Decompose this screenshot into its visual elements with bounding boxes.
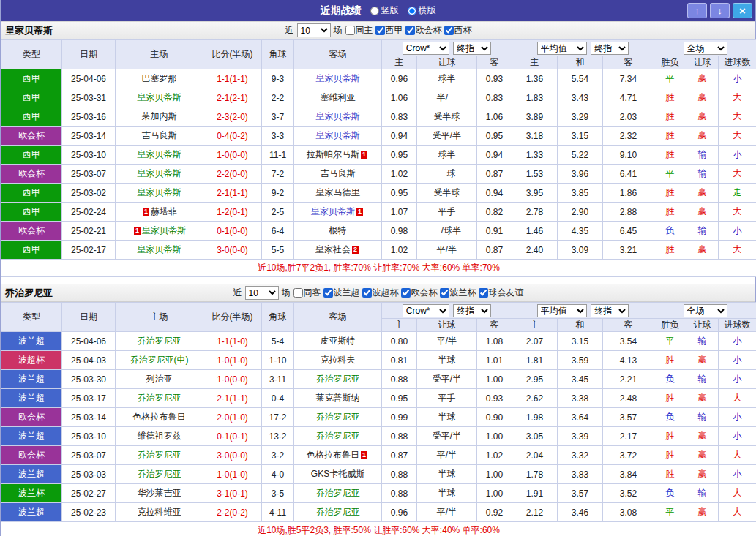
home-team-name[interactable]: 乔治罗尼亚(中)	[130, 355, 189, 365]
away-team-name[interactable]: 乔治罗尼亚	[316, 488, 360, 498]
same-venue-checkbox[interactable]: 同主	[345, 24, 373, 37]
handicap-outcome: 赢	[686, 69, 719, 88]
away-team-name[interactable]: 乔治罗尼亚	[316, 412, 360, 422]
home-team-name[interactable]: 皇家贝蒂斯	[138, 149, 181, 159]
home-team[interactable]: 1皇家贝蒂斯	[116, 222, 203, 241]
home-team[interactable]: 乔治罗尼亚	[116, 332, 203, 351]
odds-company-select[interactable]: Crow*	[403, 42, 449, 55]
average-select[interactable]: 平均值	[537, 304, 587, 317]
odds-handicap: 半/一	[417, 88, 477, 107]
away-team[interactable]: 乔治罗尼亚	[294, 484, 382, 503]
league-filter-uecl-input[interactable]	[401, 288, 411, 298]
league-badge: 西甲	[1, 241, 62, 260]
away-team[interactable]: 乔治罗尼亚	[294, 370, 382, 389]
avg-draw: 3.32	[558, 446, 603, 465]
results-table: 类型 日期 主场 比分(半场) 角球 客场 Crow* 终指 平均值 终指	[1, 302, 756, 536]
league-filter-friendly-input[interactable]	[479, 288, 488, 298]
league-filter-uecl[interactable]: 欧会杯	[405, 24, 442, 37]
away-team[interactable]: 乔治罗尼亚	[294, 503, 382, 522]
same-venue-checkbox-input[interactable]	[345, 26, 355, 35]
away-team[interactable]: 乔治罗尼亚	[294, 427, 382, 446]
home-team-name[interactable]: 乔治罗尼亚	[138, 393, 181, 403]
league-filter-copa[interactable]: 西杯	[444, 24, 472, 37]
league-filter-uecl[interactable]: 欧会杯	[401, 287, 438, 299]
away-team[interactable]: 乔治罗尼亚	[294, 408, 382, 427]
home-team[interactable]: 皇家贝蒂斯	[116, 184, 203, 203]
match-count-select[interactable]: 10	[297, 23, 331, 37]
away-team[interactable]: 皇家贝蒂斯	[294, 127, 382, 146]
home-team[interactable]: 皇家贝蒂斯	[116, 88, 203, 107]
match-date: 25-03-14	[62, 127, 116, 146]
league-filter-supercup-input[interactable]	[362, 288, 372, 298]
away-team-name[interactable]: 皇家贝蒂斯	[316, 130, 360, 140]
home-team[interactable]: 皇家贝蒂斯	[116, 146, 203, 165]
close-button[interactable]: ×	[733, 3, 752, 18]
away-team[interactable]: 皇家贝蒂斯	[294, 107, 382, 127]
summary-row: 近10场,胜7平2负1, 胜率:70% 让胜率:70% 大率:60% 单率:70…	[1, 260, 756, 277]
match-row: 波兰超25-02-23克拉科维亚2-2(0-2)4-11乔治罗尼亚0.96平/半…	[1, 503, 756, 522]
corners: 3-11	[262, 370, 294, 389]
home-team-name[interactable]: 乔治罗尼亚	[138, 469, 181, 479]
red-card-badge: 1	[356, 208, 363, 216]
match-row: 西甲25-03-31皇家贝蒂斯2-1(2-1)2-2塞维利亚1.06半/一0.8…	[1, 88, 756, 107]
away-team-name[interactable]: 乔治罗尼亚	[316, 374, 360, 384]
odds-company-select[interactable]: Crow*	[403, 304, 449, 317]
home-team[interactable]: 乔治罗尼亚	[116, 465, 203, 484]
away-team-name[interactable]: 皇家贝蒂斯	[311, 206, 355, 216]
away-team[interactable]: 皇家贝蒂斯1	[294, 203, 382, 222]
layout-vertical-radio-input[interactable]	[370, 7, 379, 15]
avg-home: 1.53	[512, 165, 558, 184]
home-team[interactable]: 皇家贝蒂斯	[116, 241, 203, 260]
odds-time-select[interactable]: 终指	[453, 304, 491, 317]
league-filter-polish-cup-input[interactable]	[440, 288, 449, 298]
away-team-name[interactable]: 乔治罗尼亚	[316, 431, 360, 441]
match-count-select[interactable]: 10	[245, 286, 279, 300]
home-team[interactable]: 乔治罗尼亚	[116, 446, 203, 465]
layout-horizontal-radio[interactable]: 横版	[408, 4, 436, 17]
league-filter-laliga[interactable]: 西甲	[375, 24, 403, 37]
goals-outcome: 小	[719, 370, 756, 389]
odds-home-header: 主	[382, 319, 417, 332]
away-team[interactable]: 皇家贝蒂斯	[294, 69, 382, 88]
home-team[interactable]: 皇家贝蒂斯	[116, 165, 203, 184]
move-down-button[interactable]: ↓	[710, 3, 730, 18]
league-filter-friendly[interactable]: 球会友谊	[479, 287, 524, 299]
home-team-name[interactable]: 皇家贝蒂斯	[138, 92, 181, 102]
league-filter-copa-input[interactable]	[444, 26, 454, 35]
home-team-name[interactable]: 皇家贝蒂斯	[138, 187, 181, 197]
same-venue-checkbox[interactable]: 同客	[293, 287, 321, 299]
home-team[interactable]: 乔治罗尼亚	[116, 389, 203, 408]
average-time-select[interactable]: 终指	[591, 304, 629, 317]
home-team-name[interactable]: 皇家贝蒂斯	[138, 244, 181, 254]
summary-row: 近10场,胜5平2负3, 胜率:50% 让胜率:60% 大率:40% 单率:60…	[1, 522, 756, 536]
home-team-name[interactable]: 皇家贝蒂斯	[142, 225, 186, 235]
same-venue-checkbox-input[interactable]	[293, 288, 303, 298]
scope-select[interactable]: 全场	[684, 42, 727, 55]
league-filter-uecl-input[interactable]	[405, 26, 415, 35]
layout-vertical-radio[interactable]: 竖版	[370, 4, 399, 17]
league-filter-ekstraklasa[interactable]: 波兰超	[323, 287, 360, 299]
away-team-name[interactable]: 皇家贝蒂斯	[316, 111, 360, 121]
odds-time-select[interactable]: 终指	[453, 42, 491, 55]
home-team-name[interactable]: 乔治罗尼亚	[138, 450, 181, 460]
avg-home: 2.07	[512, 332, 558, 351]
home-team-name[interactable]: 乔治罗尼亚	[138, 336, 181, 346]
result-outcome: 平	[654, 165, 686, 184]
home-team-name[interactable]: 皇家贝蒂斯	[138, 168, 181, 178]
away-team-name[interactable]: 皇家贝蒂斯	[316, 73, 360, 83]
home-team[interactable]: 乔治罗尼亚(中)	[116, 351, 203, 370]
average-select[interactable]: 平均值	[537, 42, 587, 55]
scope-select[interactable]: 全场	[684, 304, 727, 317]
move-up-button[interactable]: ↑	[687, 3, 707, 18]
league-filter-ekstraklasa-input[interactable]	[323, 288, 333, 298]
league-filter-laliga-input[interactable]	[375, 26, 385, 35]
average-time-select[interactable]: 终指	[591, 42, 629, 55]
score: 2-1(2-1)	[203, 88, 262, 107]
goals-outcome: 小	[719, 332, 756, 351]
away-team-name[interactable]: 乔治罗尼亚	[316, 507, 360, 517]
league-filter-supercup[interactable]: 波超杯	[362, 287, 399, 299]
layout-horizontal-radio-input[interactable]	[408, 7, 416, 15]
league-filter-polish-cup[interactable]: 波兰杯	[440, 287, 476, 299]
league-badge: 波超杯	[1, 351, 62, 370]
away-team-name: 皇家社会	[315, 244, 351, 254]
